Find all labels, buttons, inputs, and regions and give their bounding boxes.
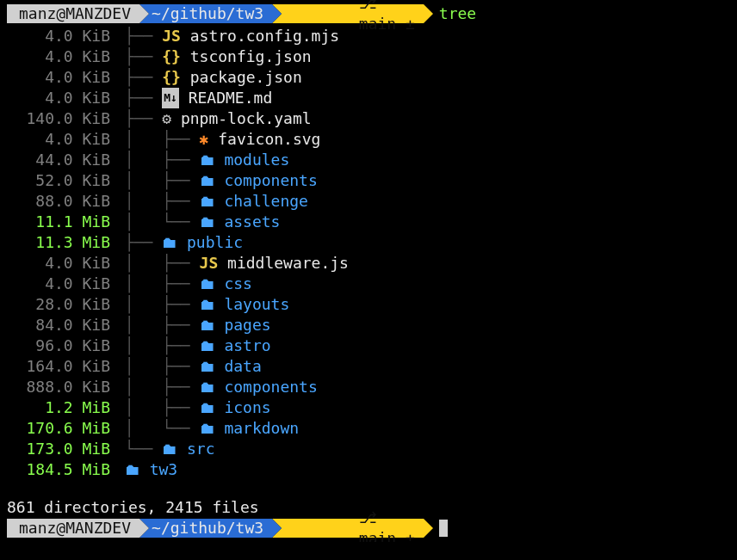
file-size: 140.0 KiB — [7, 108, 115, 129]
tree-branch-lines — [115, 459, 125, 480]
directory-name: assets — [224, 212, 280, 232]
gear-icon: ⚙ — [162, 108, 171, 129]
tree-row: 164.0 KiB │ ├── 🖿 data — [7, 356, 730, 377]
prompt-path-segment: ~/github/tw3 — [139, 4, 272, 23]
tree-branch-lines: ├── — [115, 46, 162, 67]
file-size: 4.0 KiB — [7, 46, 115, 67]
directory-name: pages — [224, 315, 270, 335]
directory-name: data — [224, 356, 261, 377]
folder-icon: 🖿 — [200, 150, 215, 170]
tree-row: 4.0 KiB ├── {} package.json — [7, 67, 730, 88]
branch-icon: ⎇ — [359, 508, 377, 526]
tree-row: 184.5 MiB 🖿 tw3 — [7, 459, 730, 480]
file-size: 11.1 MiB — [7, 212, 115, 232]
tree-branch-lines: ├── — [115, 88, 162, 108]
tree-branch-lines: │ ├── — [115, 356, 200, 377]
tree-row: 4.0 KiB │ ├── 🖿 css — [7, 274, 730, 294]
tree-output: 4.0 KiB ├── JS astro.config.mjs4.0 KiB ├… — [7, 26, 730, 480]
file-name: README.md — [189, 88, 273, 108]
folder-icon: 🖿 — [200, 191, 215, 212]
folder-icon: 🖿 — [200, 356, 215, 377]
cursor[interactable] — [439, 520, 448, 537]
file-size: 888.0 KiB — [7, 377, 115, 397]
directory-name: astro — [224, 335, 270, 356]
prompt-host: manz@MANZDEV — [19, 3, 131, 24]
file-size: 11.3 MiB — [7, 232, 115, 253]
directory-name: css — [224, 274, 252, 294]
tree-branch-lines: │ └── — [115, 418, 200, 439]
markdown-icon: M↓ — [162, 88, 179, 108]
prompt-branch-segment: ⎇ main ± — [272, 519, 424, 538]
prompt-branch: main ± — [359, 529, 415, 542]
prompt-line-bottom: manz@MANZDEV ~/github/tw3 ⎇ main ± — [7, 518, 730, 538]
tree-branch-lines: ├── — [115, 108, 162, 129]
folder-icon: 🖿 — [200, 212, 215, 232]
tree-branch-lines: │ ├── — [115, 150, 200, 170]
tree-branch-lines: │ ├── — [115, 315, 200, 335]
tree-branch-lines: └── — [115, 439, 162, 459]
tree-summary: 861 directories, 2415 files — [7, 497, 259, 518]
tree-row: 88.0 KiB │ ├── 🖿 challenge — [7, 191, 730, 212]
file-size: 4.0 KiB — [7, 253, 115, 274]
directory-name: layouts — [224, 294, 289, 315]
tree-branch-lines: │ └── — [115, 212, 200, 232]
tree-row: 888.0 KiB │ ├── 🖿 components — [7, 377, 730, 397]
folder-icon: 🖿 — [200, 377, 215, 397]
tree-branch-lines: ├── — [115, 232, 162, 253]
folder-icon: 🖿 — [200, 418, 215, 439]
json-icon: {} — [162, 46, 181, 67]
folder-icon: 🖿 — [162, 232, 177, 253]
tree-row: 170.6 MiB │ └── 🖿 markdown — [7, 418, 730, 439]
file-size: 4.0 KiB — [7, 26, 115, 46]
json-icon: {} — [162, 67, 181, 88]
directory-name: markdown — [224, 418, 299, 439]
tree-row: 4.0 KiB │ ├── ✱ favicon.svg — [7, 129, 730, 150]
tree-branch-lines: │ ├── — [115, 294, 200, 315]
directory-name: tw3 — [150, 459, 178, 480]
file-name: pnpm-lock.yaml — [181, 108, 312, 129]
tree-branch-lines: ├── — [115, 26, 162, 46]
directory-name: src — [187, 439, 215, 459]
tree-row: 11.1 MiB │ └── 🖿 assets — [7, 212, 730, 232]
tree-branch-lines: │ ├── — [115, 335, 200, 356]
tree-row: 11.3 MiB ├── 🖿 public — [7, 232, 730, 253]
prompt-path-segment: ~/github/tw3 — [139, 519, 272, 538]
star-icon: ✱ — [200, 129, 209, 150]
prompt-path: ~/github/tw3 — [152, 518, 263, 538]
file-size: 84.0 KiB — [7, 315, 115, 335]
directory-name: modules — [224, 150, 289, 170]
tree-row: 4.0 KiB ├── M↓ README.md — [7, 88, 730, 108]
folder-icon: 🖿 — [200, 170, 215, 191]
tree-branch-lines: │ ├── — [115, 397, 200, 418]
folder-icon: 🖿 — [125, 459, 140, 480]
directory-name: components — [224, 170, 317, 191]
tree-branch-lines: ├── — [115, 67, 162, 88]
shell-prompt: manz@MANZDEV ~/github/tw3 ⎇ main ± — [7, 519, 424, 538]
file-size: 4.0 KiB — [7, 274, 115, 294]
file-name: favicon.svg — [218, 129, 320, 150]
tree-branch-lines: │ ├── — [115, 274, 200, 294]
directory-name: challenge — [224, 191, 308, 212]
directory-name: public — [187, 232, 243, 253]
prompt-branch-segment: ⎇ main ± — [272, 4, 424, 23]
directory-name: components — [224, 377, 317, 397]
file-size: 184.5 MiB — [7, 459, 115, 480]
file-size: 1.2 MiB — [7, 397, 115, 418]
file-size: 173.0 MiB — [7, 439, 115, 459]
file-name: package.json — [190, 67, 302, 88]
tree-row: 173.0 MiB └── 🖿 src — [7, 439, 730, 459]
tree-branch-lines: │ ├── — [115, 170, 200, 191]
tree-branch-lines: │ ├── — [115, 191, 200, 212]
file-size: 44.0 KiB — [7, 150, 115, 170]
folder-icon: 🖿 — [200, 335, 215, 356]
file-size: 88.0 KiB — [7, 191, 115, 212]
file-size: 4.0 KiB — [7, 67, 115, 88]
typed-command[interactable]: tree — [439, 3, 476, 24]
tree-branch-lines: │ ├── — [115, 129, 200, 150]
tree-row: 28.0 KiB │ ├── 🖿 layouts — [7, 294, 730, 315]
js-icon: JS — [200, 253, 219, 274]
tree-row: 4.0 KiB │ ├── JS middleware.js — [7, 253, 730, 274]
branch-icon: ⎇ — [359, 0, 377, 12]
folder-icon: 🖿 — [200, 294, 215, 315]
file-size: 28.0 KiB — [7, 294, 115, 315]
